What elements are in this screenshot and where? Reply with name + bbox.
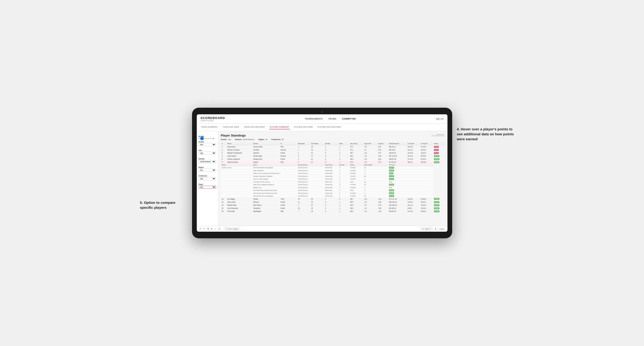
points-badge[interactable]: 68.54: [434, 155, 440, 157]
points-badge[interactable]: 58.18: [434, 161, 440, 163]
w-points-badge[interactable]: 46.7: [389, 173, 394, 174]
points-badge[interactable]: 39.95: [434, 207, 440, 209]
sub-nav: TEAM SUMMARY TEAM H2H GRID TEAM H2H HEAT…: [197, 124, 448, 131]
player-standings-title: Player Standings: [221, 134, 246, 137]
points-badge[interactable]: 70.2: [434, 152, 439, 154]
table-row: 1 Wenyi Ding Arizona State First 1 15 1 …: [221, 145, 445, 148]
dash-button[interactable]: —: [214, 228, 216, 230]
col-points: Points: [433, 142, 444, 145]
gender-select[interactable]: Men: [199, 143, 216, 146]
w-points-badge[interactable]: 25.38: [389, 189, 394, 191]
division-filter: Division: NCAA Division I: [235, 139, 255, 140]
event-row: Wake Forest Invitational at Pinehurst No…: [221, 172, 445, 175]
event-row: SEC Stroke Play hosted by Jerry Pate NCA…: [221, 192, 445, 195]
points-badge[interactable]: 40.27: [434, 201, 440, 203]
sub-nav-team-h2h-grid[interactable]: TEAM H2H GRID: [222, 125, 240, 129]
points-badge[interactable]: 40.58: [434, 198, 440, 200]
nav-teams[interactable]: TEAMS: [328, 117, 337, 121]
watch-dropdown-icon: ▾: [430, 228, 431, 230]
conference-filter: Conference: All: [271, 139, 284, 140]
no-rds-slider[interactable]: [200, 138, 212, 139]
points-badge[interactable]: 38.49: [434, 210, 440, 212]
copy-button[interactable]: ⧉: [211, 228, 212, 230]
w-points-badge[interactable]: 73.33: [389, 175, 394, 177]
nav-committee[interactable]: COMMITTEE: [342, 117, 356, 121]
view-icon: 👁: [226, 228, 228, 230]
sub-nav-team-h2h-heatmap[interactable]: TEAM H2H HEATMAP: [243, 125, 266, 129]
col-record: Overall Record: [388, 142, 407, 145]
sub-nav-team-summary[interactable]: TEAM SUMMARY: [200, 125, 218, 129]
update-time: Update time: 27/01/2024 16:56:26: [432, 134, 444, 137]
event-row: Tiger Invitational NCAA Division I Strok…: [221, 169, 445, 172]
expanded-events-header: Player Event Event Division Event Type R…: [221, 164, 445, 166]
sidebar-conference-label: Conference: [199, 175, 216, 177]
sub-nav-player-h2h-heatmap[interactable]: PLAYER H2H HEATMAP: [317, 125, 342, 129]
event-row: Southern Highlands Collegiate NCAA Divis…: [221, 175, 445, 177]
table-row: 23 Jack Lundin Missouri Fourth 11 24 0 1…: [221, 200, 445, 204]
player-standings-table: # Player School Yr Reg Rank Conf Rank No…: [221, 142, 445, 213]
points-badge[interactable]: 88.2: [434, 146, 439, 148]
w-points-badge[interactable]: 67.57: [389, 178, 394, 180]
table-row: 24 Bastien Amat New Mexico Fourth 1 27 2…: [221, 204, 445, 207]
sub-nav-player-summary[interactable]: PLAYER SUMMARY: [270, 125, 290, 129]
download-button[interactable]: ⬇: [435, 228, 436, 230]
view-original-button[interactable]: 👁 View: Original: [224, 227, 240, 230]
logo-text: SCOREBOARD: [200, 116, 225, 120]
slider-min: 4: [199, 138, 199, 139]
annotation-right: 4. Hover over a player's points to see a…: [457, 127, 518, 142]
table-row: 26 Petr Hruby Washington Fifth 7 23 0 1 …: [221, 210, 445, 213]
event-row: Jackson Kolson UNCW Seahawk Intercollegi…: [221, 166, 445, 169]
table-row: 5 Christo Lamprecht Georgia Tech Fourth …: [221, 158, 445, 161]
col-avg-sg: Avg SG: [377, 142, 388, 145]
w-points-badge[interactable]: 43.50: [389, 184, 394, 186]
logo-area: SCOREBOARD Powered by clippi: [200, 116, 225, 121]
main-content: No Rds. 4 52 Gender Men Year (All) Divis: [197, 131, 448, 226]
table-row: 4 Luke Clanton Florida State Second 5 27…: [221, 155, 445, 158]
tablet-screen: SCOREBOARD Powered by clippi TOURNAMENTS…: [197, 114, 448, 232]
filter-row: Gender: Men Division: NCAA Division I Re…: [221, 139, 445, 140]
w-points-badge[interactable]: 44.40: [389, 195, 394, 197]
table-row: 25 Cole Sherwood Vanderbilt Fourth 12 23…: [221, 207, 445, 210]
content-header: Player Standings Update time: 27/01/2024…: [221, 134, 445, 137]
bottom-toolbar: ↶ ↷ ⚙ ⧉ — ⏱ 👁 View: Original 👁 Watch ▾ ⬇: [197, 226, 448, 232]
sign-out-link[interactable]: Sign out: [436, 118, 444, 120]
col-num: #: [221, 142, 226, 145]
nav-links: TOURNAMENTS TEAMS COMMITTEE: [304, 117, 356, 121]
sidebar-division-label: Division: [199, 158, 216, 160]
col-school: School: [252, 142, 280, 145]
col-vs-top50: Vs Top 50: [420, 142, 433, 145]
gender-filter: Gender: Men: [221, 139, 231, 140]
year-select[interactable]: (All): [199, 152, 216, 155]
sidebar-region-label: Region: [199, 167, 216, 168]
nav-tournaments[interactable]: TOURNAMENTS: [304, 117, 323, 121]
event-row: Fallen Oak Collegiate Invitational NCAA …: [221, 183, 445, 186]
slider-row: 4 52: [199, 138, 216, 139]
share-label: Share: [440, 228, 445, 230]
sidebar-gender-label: Gender: [199, 141, 216, 143]
redo-button[interactable]: ↷: [204, 228, 205, 230]
clock-button[interactable]: ⏱: [218, 228, 220, 230]
w-points-badge[interactable]: 53.60: [389, 170, 394, 172]
share-icon: ⤴: [438, 228, 440, 230]
undo-button[interactable]: ↶: [200, 228, 202, 230]
player-select[interactable]: (All): [199, 186, 216, 189]
table-row: 2 Michael La Sasso Ole Miss Second 1 18 …: [221, 148, 445, 151]
sub-nav-player-h2h-grid[interactable]: PLAYER H2H GRID: [294, 125, 313, 129]
event-row: Williams Cup NCAA Division I Stroke Play…: [221, 186, 445, 189]
region-select[interactable]: N/A: [199, 169, 216, 172]
points-badge[interactable]: 60.89: [434, 158, 440, 160]
settings-button[interactable]: ⚙: [207, 228, 209, 230]
division-select[interactable]: NCAA Division I: [199, 160, 216, 163]
watch-button[interactable]: 👁 Watch ▾: [421, 227, 433, 230]
event-row: Mirabel Maui Jim Intercollegiate NCAA Di…: [221, 195, 445, 197]
slider-max: 52: [212, 138, 214, 139]
col-vs-top25: Vs Top 25: [406, 142, 420, 145]
annotation-left: 5. Option to compare specific players: [140, 200, 187, 210]
points-badge[interactable]: 40.02: [434, 204, 440, 206]
points-badge[interactable]: 76.3: [434, 149, 439, 151]
w-points-badge[interactable]: 62.64: [389, 167, 394, 169]
col-yr: Yr: [280, 142, 297, 145]
w-points-badge[interactable]: 56.38: [389, 192, 394, 194]
conference-select[interactable]: (All): [199, 177, 216, 180]
share-button[interactable]: ⤴ Share: [438, 228, 445, 230]
